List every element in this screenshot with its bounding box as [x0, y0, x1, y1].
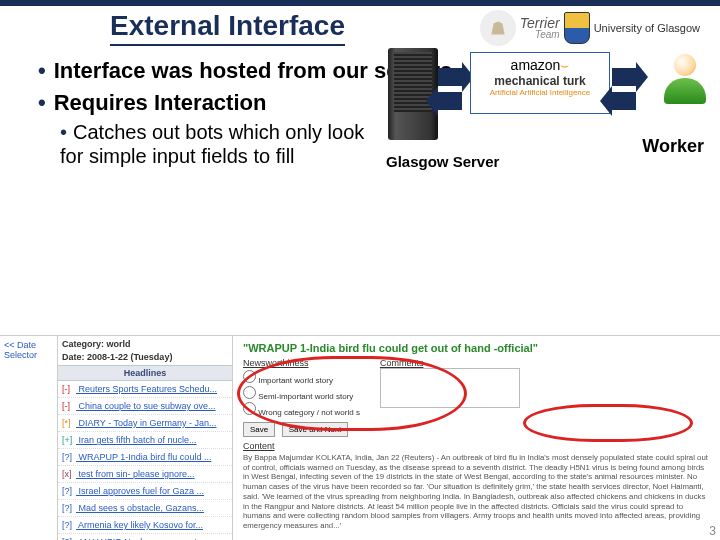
- article-title: "WRAPUP 1-India bird flu could get out o…: [243, 342, 710, 354]
- headline-item[interactable]: [-] Reuters Sports Features Schedu...: [58, 381, 232, 398]
- arrow-left-icon: [612, 92, 636, 110]
- worker-person-icon: [664, 54, 706, 106]
- headline-item[interactable]: [*] DIARY - Today in Germany - Jan...: [58, 415, 232, 432]
- headlines-header: Headlines: [58, 365, 232, 381]
- glasgow-logo-text: University of Glasgow: [594, 22, 700, 34]
- article-panel: "WRAPUP 1-India bird flu could get out o…: [233, 336, 720, 540]
- mturk-tagline: Artificial Artificial Intelligence: [477, 88, 603, 97]
- arrow-left-icon: [438, 92, 462, 110]
- headline-item[interactable]: [-] China couple to sue subway ove...: [58, 398, 232, 415]
- mturk-box: amazon⌣ mechanical turk Artificial Artif…: [470, 52, 610, 114]
- mturk-name: mechanical turk: [477, 74, 603, 88]
- headline-item[interactable]: [x] test from sin- please ignore...: [58, 466, 232, 483]
- terrier-logo-text: TerrierTeam: [520, 16, 560, 40]
- terrier-dog-icon: [480, 10, 516, 46]
- arrow-right-icon: [612, 68, 636, 86]
- headline-item[interactable]: [?] Mad sees s obstacle, Gazans...: [58, 500, 232, 517]
- headline-item[interactable]: [+] Iran gets fifth batch of nucle...: [58, 432, 232, 449]
- annotation-oval-icon: [237, 356, 467, 431]
- sub-bullet-bots: •Catches out bots which only look for si…: [60, 120, 390, 168]
- annotation-oval-icon: [523, 404, 693, 442]
- embedded-ui-screenshot: << Date Selector Category: world Date: 2…: [0, 335, 720, 540]
- article-body: By Bappa Majumdar KOLKATA, India, Jan 22…: [243, 453, 710, 531]
- headline-item[interactable]: [?] Israel approves fuel for Gaza ...: [58, 483, 232, 500]
- headline-item[interactable]: [?] WRAPUP 1-India bird flu could ...: [58, 449, 232, 466]
- save-button[interactable]: Save: [243, 422, 275, 437]
- headlines-panel: Category: world Date: 2008-1-22 (Tuesday…: [58, 336, 233, 540]
- glasgow-shield-icon: [564, 12, 590, 44]
- slide-header: External Interface TerrierTeam Universit…: [0, 6, 720, 46]
- headline-item[interactable]: [?] ANALYSIS-Nuclear power act...: [58, 534, 232, 540]
- amazon-logo-text: amazon⌣: [477, 57, 603, 74]
- category-label: Category: world: [58, 336, 232, 352]
- arrow-right-icon: [438, 68, 462, 86]
- page-title: External Interface: [110, 10, 345, 46]
- logo-group: TerrierTeam University of Glasgow: [480, 10, 700, 46]
- headline-item[interactable]: [?] Armenia key likely Kosovo for...: [58, 517, 232, 534]
- worker-label: Worker: [642, 136, 704, 157]
- content-header: Content: [243, 441, 710, 451]
- architecture-diagram: amazon⌣ mechanical turk Artificial Artif…: [388, 48, 708, 148]
- glasgow-server-label: Glasgow Server: [386, 154, 499, 170]
- page-number: 3: [709, 524, 716, 538]
- date-label: Date: 2008-1-22 (Tuesday): [58, 352, 232, 365]
- date-selector-link[interactable]: << Date Selector: [0, 336, 57, 364]
